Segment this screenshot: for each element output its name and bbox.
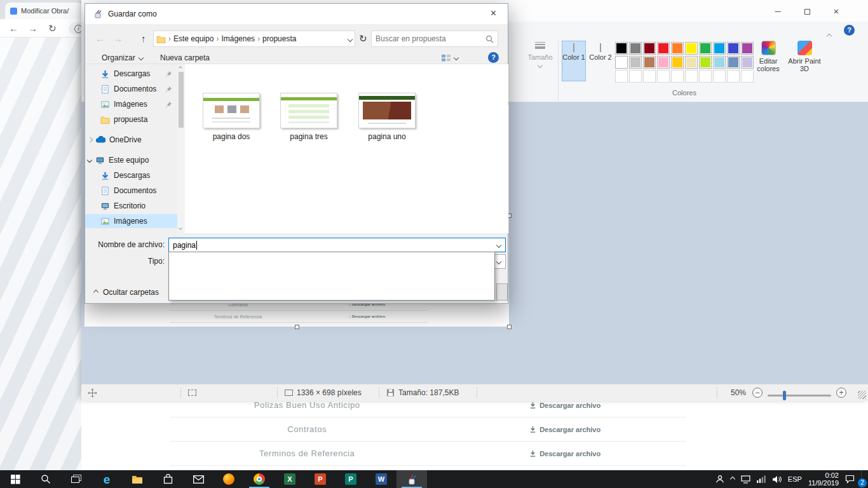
taskbar-file-explorer-icon[interactable] xyxy=(122,470,153,488)
breadcrumb-folder[interactable]: Imágenes xyxy=(221,34,255,43)
search-input[interactable]: Buscar en propuesta xyxy=(371,30,498,47)
network-icon[interactable] xyxy=(741,475,750,484)
autocomplete-dropdown[interactable] xyxy=(168,252,495,301)
palette-empty-swatch[interactable] xyxy=(643,70,656,83)
sidebar-item-documentos[interactable]: Documentos xyxy=(85,82,177,96)
dialog-help-button[interactable]: ? xyxy=(488,52,499,63)
browser-forward-button[interactable]: → xyxy=(28,19,37,37)
sidebar-item-escritorio[interactable]: Escritorio xyxy=(85,199,177,213)
palette-swatch[interactable] xyxy=(629,56,642,69)
minimize-button[interactable]: ─ xyxy=(765,4,790,19)
refresh-button[interactable]: ↻ xyxy=(359,30,367,47)
palette-empty-swatch[interactable] xyxy=(615,70,628,83)
taskbar-search-button[interactable] xyxy=(31,470,61,488)
signal-icon[interactable] xyxy=(757,475,766,483)
maximize-button[interactable] xyxy=(794,4,820,19)
taskbar-edge-icon[interactable]: e xyxy=(92,470,122,488)
help-button[interactable]: ? xyxy=(844,25,855,36)
start-button[interactable] xyxy=(0,470,31,488)
palette-swatch[interactable] xyxy=(741,42,754,55)
palette-empty-swatch[interactable] xyxy=(713,70,726,83)
taskbar-mail-icon[interactable] xyxy=(183,470,214,488)
palette-empty-swatch[interactable] xyxy=(685,70,698,83)
taskbar-publisher-icon[interactable]: P xyxy=(336,470,366,488)
palette-empty-swatch[interactable] xyxy=(727,70,740,83)
task-view-button[interactable] xyxy=(61,470,92,488)
language-indicator[interactable]: ESP xyxy=(788,475,802,483)
taskbar-firefox-icon[interactable] xyxy=(214,470,244,488)
scrollbar-thumb[interactable] xyxy=(179,72,184,128)
sidebar-item-propuesta[interactable]: propuesta xyxy=(85,112,177,126)
palette-swatch[interactable] xyxy=(699,56,712,69)
open-paint3d-button[interactable]: Abrir Paint 3D xyxy=(788,41,821,72)
views-button[interactable] xyxy=(441,51,458,65)
palette-swatch[interactable] xyxy=(643,56,656,69)
nav-up-button[interactable]: ↑ xyxy=(141,30,146,47)
download-link[interactable]: Descargar archivo xyxy=(444,426,686,433)
collapse-ribbon-button[interactable] xyxy=(827,29,831,41)
palette-swatch[interactable] xyxy=(727,56,740,69)
organize-button[interactable]: Organizar xyxy=(102,51,143,65)
palette-swatch[interactable] xyxy=(671,56,684,69)
people-icon[interactable] xyxy=(715,475,724,484)
palette-swatch[interactable] xyxy=(685,42,698,55)
hidden-icons-button[interactable] xyxy=(731,477,735,481)
palette-empty-swatch[interactable] xyxy=(699,70,712,83)
download-link[interactable]: Descargar archivo xyxy=(444,402,686,409)
zoom-in-button[interactable]: + xyxy=(836,388,846,398)
sidebar-item-onedrive[interactable]: OneDrive xyxy=(85,133,177,147)
palette-swatch[interactable] xyxy=(643,42,656,55)
palette-swatch[interactable] xyxy=(615,56,628,69)
taskbar-excel-icon[interactable]: X xyxy=(275,470,305,488)
action-center-button[interactable] xyxy=(845,475,855,484)
clock[interactable]: 0:02 11/9/2019 xyxy=(808,471,839,487)
file-item-pagina-dos[interactable]: pagina dos xyxy=(193,93,269,141)
breadcrumb-dropdown[interactable] xyxy=(348,34,352,43)
palette-swatch[interactable] xyxy=(713,42,726,55)
sidebar-item-imagenes-2[interactable]: Imágenes xyxy=(85,214,177,228)
sidebar-item-descargas[interactable]: Descargas xyxy=(85,67,177,81)
taskbar-paint-icon[interactable] xyxy=(397,470,427,488)
sidebar-item-este-equipo[interactable]: Este equipo xyxy=(85,153,177,167)
breadcrumb-root[interactable]: Este equipo xyxy=(173,34,214,43)
taskbar-chrome-icon[interactable] xyxy=(244,470,275,488)
taskbar-powerpoint-icon[interactable]: P xyxy=(305,470,336,488)
nav-forward-button[interactable]: → xyxy=(113,30,123,47)
palette-swatch[interactable] xyxy=(699,42,712,55)
palette-swatch[interactable] xyxy=(615,42,628,55)
save-button-partial[interactable] xyxy=(496,283,508,301)
browser-reload-button[interactable]: ↻ xyxy=(48,19,57,37)
zoom-out-button[interactable]: − xyxy=(752,388,763,398)
download-link[interactable]: Descargar archivo xyxy=(444,450,686,458)
taskbar-store-icon[interactable] xyxy=(153,470,183,488)
palette-swatch[interactable] xyxy=(657,42,670,55)
scroll-down-icon[interactable] xyxy=(179,226,182,230)
zoom-slider[interactable] xyxy=(768,395,831,396)
resize-grip[interactable] xyxy=(858,391,866,399)
palette-swatch[interactable] xyxy=(741,56,754,69)
expander-icon[interactable] xyxy=(87,158,92,163)
palette-swatch[interactable] xyxy=(629,42,642,55)
breadcrumb-subfolder[interactable]: propuesta xyxy=(262,34,296,43)
nav-back-button[interactable]: ← xyxy=(95,30,105,47)
canvas-resize-handle-bottom[interactable] xyxy=(295,325,299,329)
browser-tab[interactable]: Modificar Obra/ xyxy=(5,3,83,19)
close-button[interactable]: × xyxy=(824,4,849,19)
zoom-slider-thumb[interactable] xyxy=(783,391,786,400)
browser-back-button[interactable]: ← xyxy=(9,19,18,37)
volume-icon[interactable] xyxy=(772,475,782,484)
palette-swatch[interactable] xyxy=(657,56,670,69)
color2-button[interactable]: Color 2 xyxy=(588,41,613,81)
scroll-up-icon[interactable] xyxy=(179,66,182,70)
size-button[interactable]: Tamaño xyxy=(525,41,555,69)
sidebar-item-descargas-2[interactable]: Descargas xyxy=(85,168,177,182)
palette-swatch[interactable] xyxy=(671,42,684,55)
hide-folders-button[interactable]: Ocultar carpetas xyxy=(94,286,159,299)
palette-swatch[interactable] xyxy=(727,42,740,55)
sidebar-item-documentos-2[interactable]: Documentos xyxy=(85,184,177,198)
taskbar-word-icon[interactable]: W xyxy=(366,470,397,488)
expander-icon[interactable] xyxy=(88,137,93,142)
filename-dropdown-button[interactable] xyxy=(493,239,505,251)
dialog-close-button[interactable]: × xyxy=(479,4,508,24)
file-item-pagina-uno[interactable]: pagina uno xyxy=(349,93,425,141)
